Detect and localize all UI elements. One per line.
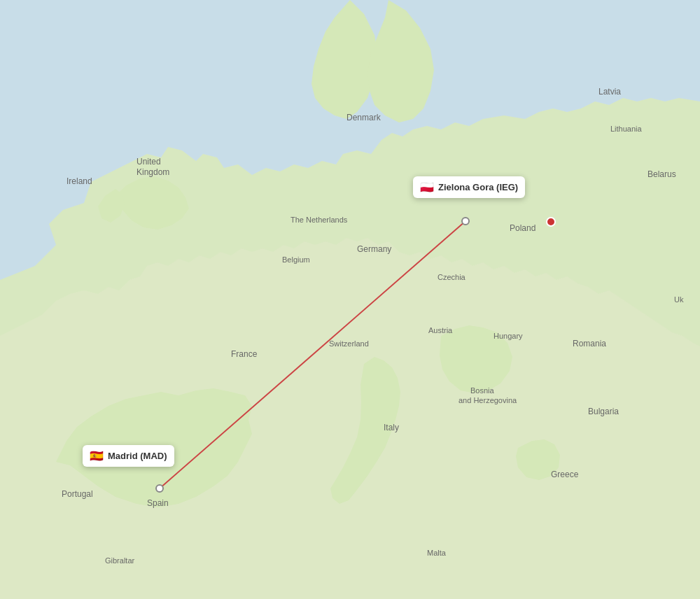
- italy-label: Italy: [384, 423, 399, 432]
- uk-east-label: Uk: [674, 295, 684, 304]
- uk-label2: Kingdom: [136, 167, 169, 177]
- bosnia-label2: and Herzegovina: [458, 396, 517, 404]
- zielona-gora-route-dot: [462, 218, 469, 225]
- netherlands-label: The Netherlands: [290, 216, 348, 224]
- greece-label: Greece: [551, 470, 579, 479]
- ireland-label: Ireland: [66, 176, 92, 186]
- zielona-gora-dot: [547, 218, 555, 226]
- czechia-label: Czechia: [438, 273, 466, 281]
- hungary-label: Hungary: [493, 332, 523, 340]
- belarus-label: Belarus: [648, 169, 676, 179]
- denmark-label: Denmark: [346, 113, 382, 122]
- malta-label: Malta: [427, 549, 447, 557]
- switzerland-label: Switzerland: [329, 339, 369, 348]
- bosnia-label1: Bosnia: [470, 386, 495, 395]
- spain-label: Spain: [147, 498, 169, 508]
- poland-label: Poland: [510, 223, 536, 233]
- madrid-dot: [156, 485, 163, 492]
- latvia-label: Latvia: [598, 87, 621, 97]
- romania-label: Romania: [573, 339, 606, 348]
- austria-label: Austria: [428, 326, 453, 334]
- bulgaria-label: Bulgaria: [588, 407, 619, 416]
- uk-label: United: [136, 157, 161, 167]
- map-container: Ireland United Kingdom Portugal Spain Fr…: [0, 0, 700, 599]
- france-label: France: [231, 349, 258, 359]
- belgium-label: Belgium: [282, 255, 310, 264]
- map-svg: Ireland United Kingdom Portugal Spain Fr…: [0, 0, 700, 599]
- portugal-label: Portugal: [62, 489, 93, 499]
- germany-label: Germany: [357, 244, 391, 254]
- lithuania-label: Lithuania: [610, 125, 643, 133]
- gibraltar-label: Gibraltar: [105, 556, 135, 565]
